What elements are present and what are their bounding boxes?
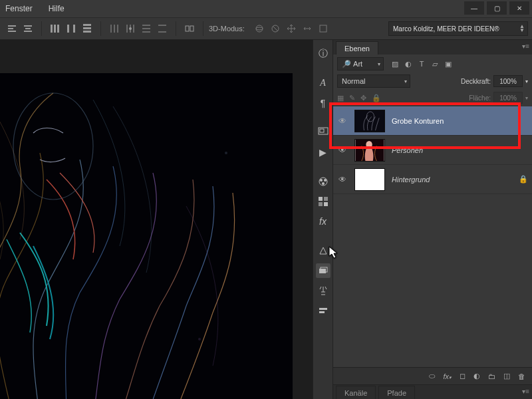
opacity-value[interactable]: 100% [493,75,523,87]
filter-pixel-icon[interactable]: ▨ [390,59,400,68]
svg-rect-11 [83,24,91,26]
layer-thumbnail[interactable] [354,168,385,191]
character-panel-icon[interactable]: A [316,76,331,90]
new-layer-icon[interactable]: ◫ [503,372,510,380]
window-controls: — ▢ ✕ [462,1,529,15]
filter-smart-icon[interactable]: ▣ [444,59,453,68]
layer-row[interactable]: 👁 Hintergrund 🔒 [333,165,532,194]
layer-filter-kind[interactable]: 🔎 Art▾ [337,57,384,70]
svg-rect-0 [8,25,16,27]
svg-rect-27 [190,26,194,31]
distribute-icon[interactable] [124,23,136,35]
layer-row[interactable]: 👁 Personen [333,136,532,165]
svg-point-43 [322,182,325,185]
svg-rect-6 [51,25,53,33]
svg-rect-4 [25,28,31,29]
svg-rect-13 [83,31,91,33]
layer-thumbnail[interactable] [354,139,385,162]
group-icon[interactable]: 🗀 [488,372,495,380]
scale-icon[interactable] [317,23,329,35]
roll-icon[interactable] [269,23,281,35]
link-layers-icon[interactable]: ⬭ [429,372,435,380]
close-button[interactable]: ✕ [509,1,529,15]
paragraph-panel-icon[interactable]: ¶ [316,96,331,110]
filter-shape-icon[interactable]: ▱ [430,59,440,68]
svg-rect-1 [8,28,13,29]
distribute-icon[interactable] [156,23,168,35]
distribute-icon[interactable] [140,23,152,35]
adjustments-panel-icon[interactable] [316,243,331,258]
svg-rect-45 [324,197,328,201]
slide-icon[interactable] [301,23,313,35]
adjustment-layer-icon[interactable]: ◐ [473,372,480,380]
navigator-panel-icon[interactable] [316,125,331,140]
svg-point-29 [256,27,263,30]
delete-layer-icon[interactable]: 🗑 [518,372,525,380]
histogram-panel-icon[interactable]: ▶ [316,145,331,160]
layer-filter-icons: ▨ ◐ T ▱ ▣ [390,59,453,68]
distribute-icon[interactable] [81,23,93,35]
svg-rect-9 [67,25,69,33]
layer-name[interactable]: Hintergrund [392,176,430,184]
visibility-toggle-icon[interactable]: 👁 [337,116,348,126]
fill-value[interactable]: 100% [493,92,523,104]
minimize-button[interactable]: — [464,1,484,15]
layer-name[interactable]: Personen [392,146,423,154]
svg-rect-5 [24,31,32,32]
opacity-flyout-icon[interactable]: ▾ [525,78,528,84]
lock-all-icon[interactable]: 🔒 [372,94,381,102]
tab-paths[interactable]: Pfade [378,386,415,399]
glyph-panel-icon[interactable] [316,283,331,298]
align-icon[interactable] [22,23,34,35]
menu-hilfe[interactable]: Hilfe [49,4,65,13]
info-panel-icon[interactable]: ⓘ [316,47,331,61]
blend-mode-dropdown[interactable]: Normal▾ [337,74,410,88]
panel-dock-strip: ⓘ A ¶ ▶ fx [313,40,332,399]
canvas-area[interactable] [0,40,313,399]
svg-rect-8 [57,25,59,33]
layers-panel-icon[interactable] [316,263,331,278]
panel-menu-icon[interactable]: ▾≡ [522,43,529,50]
workspace-dropdown[interactable]: Marco Kolditz, MEER DER IDEEN® ▲▼ [388,21,528,36]
pan-icon[interactable] [285,23,297,35]
svg-rect-3 [24,25,32,27]
layers-panel-footer: ⬭ fx▾ ◻ ◐ 🗀 ◫ 🗑 [333,367,532,384]
menu-fenster[interactable]: Fenster [5,4,33,13]
layer-name[interactable]: Grobe Konturen [392,117,444,125]
options-bar: 3D-Modus: Marco Kolditz, MEER DER IDEEN®… [0,17,532,40]
fill-label: Fläche: [469,94,491,102]
tab-channels[interactable]: Kanäle [336,386,376,399]
lock-transparent-icon[interactable]: ▦ [337,94,344,102]
panel-icon[interactable] [316,303,331,318]
svg-point-41 [320,179,323,182]
svg-point-55 [366,140,372,148]
lock-pixels-icon[interactable]: ✎ [349,94,355,102]
auto-align-icon[interactable] [184,23,196,35]
svg-rect-31 [320,25,327,32]
color-panel-icon[interactable] [316,174,331,189]
panel-menu-icon[interactable]: ▾≡ [522,388,529,395]
styles-panel-icon[interactable]: fx [316,214,331,229]
maximize-button[interactable]: ▢ [487,1,507,15]
layers-panel: Ebenen ▾≡ 🔎 Art▾ ▨ ◐ T ▱ ▣ [332,40,532,399]
orbit-icon[interactable] [253,23,265,35]
distribute-icon[interactable] [108,23,120,35]
mask-icon[interactable]: ◻ [460,372,466,380]
fx-icon[interactable]: fx▾ [443,372,452,380]
distribute-icon[interactable] [49,23,61,35]
visibility-toggle-icon[interactable]: 👁 [337,175,348,184]
layer-row[interactable]: 👁 Grobe Konturen [333,106,532,136]
filter-type-icon[interactable]: T [417,59,426,68]
tab-layers[interactable]: Ebenen [336,41,378,55]
align-icon[interactable] [6,23,18,35]
svg-rect-46 [319,202,323,206]
filter-adjust-icon[interactable]: ◐ [404,59,413,68]
svg-rect-47 [324,202,328,206]
svg-rect-52 [355,110,384,132]
svg-point-20 [129,27,132,30]
lock-position-icon[interactable]: ✥ [360,94,366,102]
distribute-icon[interactable] [65,23,77,35]
swatches-panel-icon[interactable] [316,194,331,209]
visibility-toggle-icon[interactable]: 👁 [337,146,348,155]
layer-thumbnail[interactable] [354,110,385,132]
